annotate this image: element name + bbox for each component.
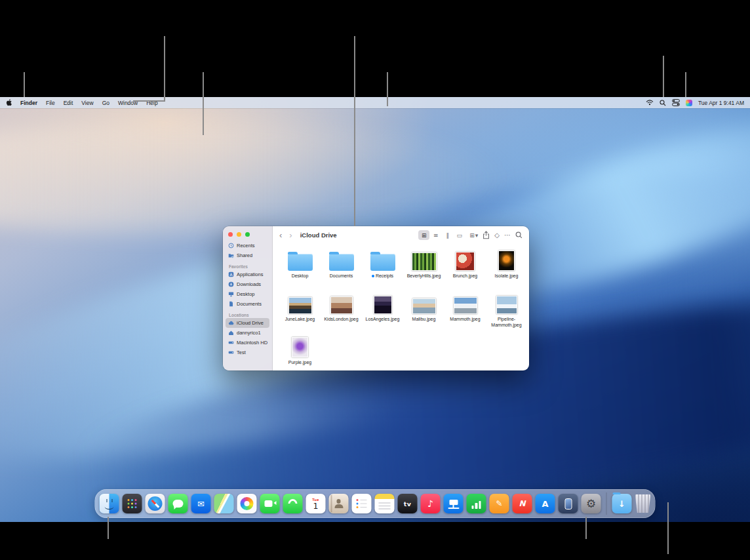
dock-keynote[interactable]	[444, 494, 464, 513]
file-name: Desktop	[292, 273, 309, 279]
file-item-junelake[interactable]: JuneLake.jpeg	[279, 290, 321, 333]
file-grid: Desktop Documents Receipts BeverlyHills.…	[273, 244, 529, 370]
sidebar-item-shared[interactable]: Shared	[226, 250, 269, 260]
sidebar-label: Desktop	[237, 291, 255, 297]
photo-thumbnail	[412, 298, 436, 314]
file-item-mammoth[interactable]: Mammoth.jpeg	[444, 290, 486, 333]
list-view-button[interactable]: ≡	[430, 230, 441, 240]
sidebar-item-home[interactable]: dannyrico1	[226, 328, 269, 338]
column-view-button[interactable]: ∥	[442, 230, 453, 240]
share-button[interactable]	[483, 231, 490, 239]
file-name: Isolate.jpeg	[495, 273, 519, 279]
dock-contacts[interactable]	[329, 494, 349, 513]
sidebar-item-icloud-drive[interactable]: iCloud Drive	[226, 318, 269, 328]
envelope-icon: ✉	[197, 499, 205, 509]
close-button[interactable]	[228, 232, 233, 237]
menu-go[interactable]: Go	[102, 100, 109, 106]
svg-text:A: A	[230, 273, 233, 277]
sidebar-item-applications[interactable]: A Applications	[226, 270, 269, 279]
dock-calendar[interactable]: Tue 1	[306, 494, 326, 513]
callout-line-trash	[667, 502, 669, 554]
callout-line-wifi	[663, 56, 664, 97]
file-item-receipts[interactable]: Receipts	[362, 247, 403, 290]
dock-system-settings[interactable]: ⚙	[582, 494, 601, 513]
file-item-isolate[interactable]: Isolate.jpeg	[486, 247, 527, 290]
nav-buttons: ‹ ›	[279, 231, 292, 239]
file-item-purple[interactable]: Purple.jpeg	[279, 333, 321, 370]
menu-bar-clock[interactable]: Tue Apr 1 9:41 AM	[698, 100, 744, 106]
window-title: iCloud Drive	[300, 231, 337, 239]
sidebar-item-documents[interactable]: Documents	[226, 299, 269, 309]
photo-thumbnail	[454, 297, 477, 314]
zoom-button[interactable]	[245, 232, 250, 237]
dock-numbers[interactable]	[467, 494, 486, 513]
menu-view[interactable]: View	[81, 100, 93, 106]
photo-thumbnail	[292, 337, 308, 357]
sidebar-label: Documents	[237, 301, 262, 307]
callout-line-desktop	[203, 72, 204, 135]
file-item-losangeles[interactable]: LosAngeles.jpeg	[362, 290, 403, 333]
sidebar-item-downloads[interactable]: Downloads	[226, 279, 269, 289]
sidebar-section-locations: Locations	[229, 313, 272, 317]
search-button[interactable]	[515, 231, 523, 239]
dock-mail[interactable]: ✉	[191, 494, 211, 513]
file-item-kidslondon[interactable]: KidsLondon.jpeg	[321, 290, 362, 333]
sidebar-item-recents[interactable]: Recents	[226, 241, 269, 250]
sidebar-label: Downloads	[237, 281, 261, 287]
photo-thumbnail	[498, 250, 515, 271]
file-item-documents[interactable]: Documents	[321, 247, 362, 290]
dock-trash[interactable]	[635, 494, 651, 513]
dock-phone[interactable]	[283, 494, 303, 513]
control-center-icon[interactable]	[672, 99, 680, 106]
dock-maps[interactable]	[214, 494, 234, 513]
news-logo: N	[519, 499, 525, 508]
dock-news[interactable]: N	[513, 494, 532, 513]
tag-button[interactable]: ◇	[494, 231, 500, 239]
dock-reminders[interactable]	[352, 494, 372, 513]
wifi-icon[interactable]	[646, 100, 654, 106]
applications-icon: A	[228, 271, 234, 277]
dock-tv[interactable]: tv	[398, 494, 418, 513]
dock-app-store[interactable]: A	[536, 494, 555, 513]
dock-launchpad[interactable]	[123, 494, 142, 513]
icon-view-button[interactable]: ⊞	[418, 230, 429, 240]
menu-extra-icon[interactable]	[686, 100, 692, 106]
callout-line-apple-menu	[24, 72, 25, 97]
file-name: Receipts	[376, 273, 393, 279]
apple-menu[interactable]	[6, 99, 12, 106]
more-options-button[interactable]: ⋯	[504, 231, 511, 239]
iphone-icon	[564, 498, 572, 510]
dock-safari[interactable]	[146, 494, 165, 513]
forward-button[interactable]: ›	[289, 231, 292, 239]
dock-music[interactable]: ♪	[421, 494, 441, 513]
dock-notes[interactable]	[375, 494, 395, 513]
group-button[interactable]: ⊞ ▾	[469, 232, 478, 239]
photos-pinwheel-icon	[241, 497, 254, 510]
dock-downloads-folder[interactable]: ↓	[612, 494, 632, 513]
file-item-brunch[interactable]: Brunch.jpeg	[444, 247, 486, 290]
file-item-malibu[interactable]: Malibu.jpeg	[403, 290, 444, 333]
gallery-view-button[interactable]: ▭	[454, 230, 465, 240]
menu-file[interactable]: File	[46, 100, 55, 106]
dock-finder[interactable]	[100, 494, 119, 513]
menu-finder[interactable]: Finder	[20, 100, 37, 106]
cloud-icon	[228, 320, 234, 326]
file-item-desktop[interactable]: Desktop	[279, 247, 321, 290]
sidebar-item-desktop[interactable]: Desktop	[226, 289, 269, 299]
dock-pages[interactable]: ✎	[490, 494, 509, 513]
back-button[interactable]: ‹	[279, 231, 282, 239]
minimize-button[interactable]	[237, 232, 241, 237]
dock-iphone-mirroring[interactable]	[559, 494, 578, 513]
menu-edit[interactable]: Edit	[64, 100, 73, 106]
sidebar-item-macintosh-hd[interactable]: Macintosh HD	[226, 338, 269, 348]
file-item-beverlyhills[interactable]: BeverlyHills.jpeg	[403, 247, 444, 290]
dock-facetime[interactable]	[260, 494, 280, 513]
file-item-pipeline-mammoth[interactable]: Pipeline-Mammoth.jpeg	[486, 290, 527, 333]
photo-thumbnail	[330, 296, 353, 314]
sidebar-item-test[interactable]: Test	[226, 348, 269, 357]
dock-messages[interactable]	[168, 494, 188, 513]
spotlight-search-icon[interactable]	[660, 100, 666, 106]
clock-icon	[228, 243, 234, 249]
file-name: LosAngeles.jpeg	[366, 317, 400, 323]
dock-photos[interactable]	[237, 494, 257, 513]
